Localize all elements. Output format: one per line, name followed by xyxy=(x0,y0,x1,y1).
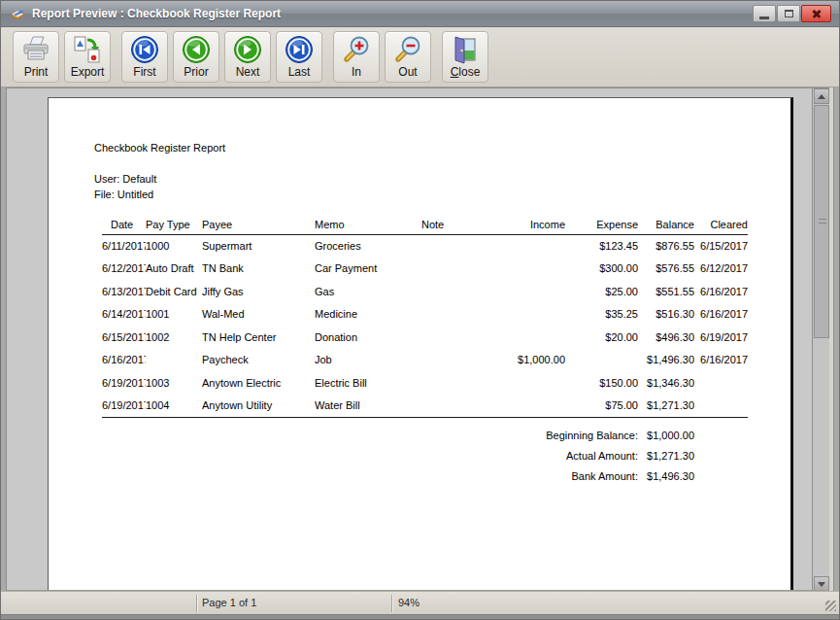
col-header-pay-type: Pay Type xyxy=(146,215,202,234)
window-title: Report Preview : Checkbook Register Repo… xyxy=(32,7,281,20)
door-close-icon xyxy=(450,34,481,65)
report-preview-window: Report Preview : Checkbook Register Repo… xyxy=(0,0,840,620)
col-header-note: Note xyxy=(421,215,499,234)
checkbook-app-icon xyxy=(9,6,26,21)
window-controls xyxy=(753,5,831,22)
table-row: 6/16/2017PaycheckJob$1,000.00$1,496.306/… xyxy=(102,349,748,372)
report-title: Checkbook Register Report xyxy=(94,142,225,154)
last-page-button[interactable]: Last xyxy=(276,31,322,83)
arrow-up-icon xyxy=(818,94,825,99)
first-page-label: First xyxy=(133,65,155,79)
first-page-icon xyxy=(129,34,160,65)
zoom-out-button[interactable]: Out xyxy=(385,31,431,83)
summary-value: $1,000.00 xyxy=(638,430,694,441)
table-row: 6/14/20171001Wal-MedMedicine$35.25$516.3… xyxy=(102,303,748,327)
col-header-cleared: Cleared xyxy=(694,215,748,234)
zoom-in-label: In xyxy=(352,65,361,79)
arrow-down-icon xyxy=(818,582,825,587)
col-header-expense: Expense xyxy=(565,215,638,234)
resize-grip[interactable] xyxy=(825,601,836,611)
report-user-line: User: Default xyxy=(94,173,156,185)
scrollbar-thumb[interactable] xyxy=(814,105,829,338)
close-window-button[interactable] xyxy=(801,5,831,22)
export-label: Export xyxy=(71,65,105,79)
next-page-label: Next xyxy=(236,65,260,79)
close-preview-button[interactable]: Close xyxy=(442,31,488,83)
table-header-row: Date Pay Type Payee Memo Note Income Exp… xyxy=(102,215,748,234)
export-button[interactable]: Export xyxy=(64,31,111,83)
col-header-income: Income xyxy=(499,215,565,234)
prior-page-label: Prior xyxy=(184,65,208,79)
summary-label: Bank Amount: xyxy=(102,470,638,482)
maximize-icon xyxy=(785,10,793,17)
zoom-level: 94% xyxy=(398,597,420,608)
close-preview-label: Close xyxy=(451,65,481,79)
zoom-out-label: Out xyxy=(398,65,417,79)
summary-label: Actual Amount: xyxy=(102,450,638,462)
toolbar: Print Export xyxy=(1,27,839,87)
zoom-in-button[interactable]: In xyxy=(333,31,380,83)
print-label: Print xyxy=(24,65,49,79)
report-summary: Beginning Balance: $1,000.00 Actual Amou… xyxy=(102,425,694,486)
report-file-line: File: Untitled xyxy=(94,189,153,200)
summary-bank-amount: Bank Amount: $1,496.30 xyxy=(102,465,694,486)
export-icon xyxy=(72,34,103,65)
window-frame-right xyxy=(833,87,839,614)
summary-label: Beginning Balance: xyxy=(102,430,638,441)
scroll-up-button[interactable] xyxy=(814,88,829,104)
col-header-payee: Payee xyxy=(202,215,315,234)
table-row: 6/19/20171004Anytown UtilityWater Bill$7… xyxy=(102,395,748,418)
maximize-button[interactable] xyxy=(777,5,800,22)
minimize-button[interactable] xyxy=(753,5,776,22)
table-row: 6/11/20171000SupermartGroceries$123.45$8… xyxy=(102,234,748,258)
statusbar-separator xyxy=(391,595,393,612)
summary-actual-amount: Actual Amount: $1,271.30 xyxy=(102,445,694,465)
minimize-icon xyxy=(759,17,769,19)
col-header-balance: Balance xyxy=(638,215,694,234)
thumb-grip-icon xyxy=(819,219,826,224)
window-frame-bottom xyxy=(1,614,839,620)
table-row: 6/15/20171002TN Help CenterDonation$20.0… xyxy=(102,326,748,349)
vertical-scrollbar[interactable] xyxy=(812,88,829,591)
page-info: Page 1 of 1 xyxy=(202,597,256,608)
table-row: 6/12/2017Auto DraftTN BankCar Payment$30… xyxy=(102,258,748,281)
zoom-in-icon xyxy=(341,34,372,65)
next-page-icon xyxy=(232,34,263,65)
first-page-button[interactable]: First xyxy=(121,31,168,83)
statusbar-separator xyxy=(196,595,198,612)
summary-value: $1,271.30 xyxy=(638,450,694,462)
col-header-date: Date xyxy=(102,215,146,234)
print-icon xyxy=(20,34,51,65)
title-bar: Report Preview : Checkbook Register Repo… xyxy=(1,1,839,27)
prior-page-button[interactable]: Prior xyxy=(173,31,219,83)
report-preview-pane: Checkbook Register Report User: Default … xyxy=(7,87,829,591)
register-table: Date Pay Type Payee Memo Note Income Exp… xyxy=(102,215,748,418)
print-button[interactable]: Print xyxy=(13,31,59,83)
table-row: 6/19/20171003Anytown ElectricElectric Bi… xyxy=(102,371,748,395)
summary-value: $1,496.30 xyxy=(638,470,694,482)
zoom-out-icon xyxy=(392,34,423,65)
col-header-memo: Memo xyxy=(315,215,421,234)
close-icon xyxy=(811,8,823,19)
next-page-button[interactable]: Next xyxy=(224,31,271,83)
scroll-down-button[interactable] xyxy=(814,576,829,591)
table-row: 6/13/2017Debit CardJiffy GasGas$25.00$55… xyxy=(102,280,748,303)
last-page-label: Last xyxy=(288,65,311,79)
last-page-icon xyxy=(284,34,315,65)
status-bar: Page 1 of 1 94% xyxy=(1,591,839,614)
report-page: Checkbook Register Report User: Default … xyxy=(48,97,793,591)
summary-beginning-balance: Beginning Balance: $1,000.00 xyxy=(102,425,694,445)
prior-page-icon xyxy=(181,34,212,65)
